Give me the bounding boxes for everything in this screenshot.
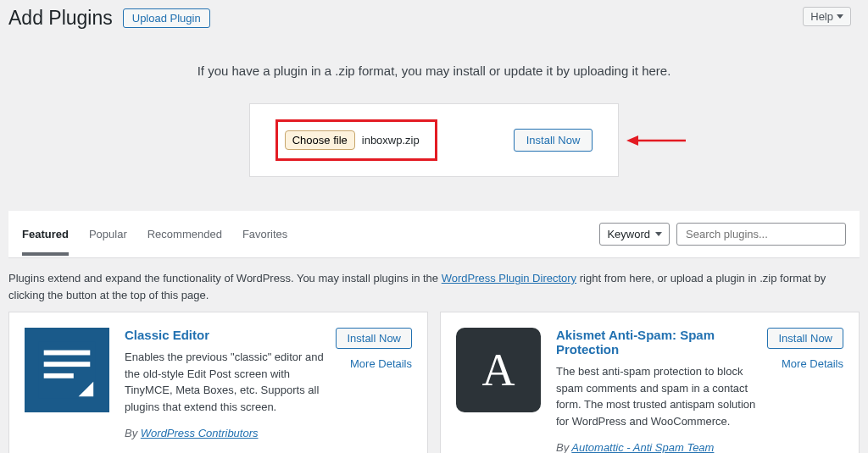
more-details-link[interactable]: More Details (350, 357, 412, 370)
help-button[interactable]: Help (803, 7, 851, 26)
selected-filename: inboxwp.zip (362, 134, 420, 146)
install-now-button[interactable]: Install Now (514, 129, 593, 152)
file-picker-highlight: Choose file inboxwp.zip (275, 119, 437, 161)
tab-favorites[interactable]: Favorites (242, 213, 287, 256)
search-input[interactable] (676, 223, 846, 246)
search-type-select[interactable]: Keyword (599, 223, 670, 246)
filter-tabs: Featured Popular Recommended Favorites (22, 213, 287, 256)
choose-file-button[interactable]: Choose file (285, 130, 355, 150)
upload-plugin-button[interactable]: Upload Plugin (123, 8, 210, 28)
tab-recommended[interactable]: Recommended (147, 213, 222, 256)
install-plugin-button[interactable]: Install Now (336, 328, 412, 349)
filter-bar: Featured Popular Recommended Favorites K… (8, 211, 860, 258)
chevron-down-icon (655, 232, 662, 236)
plugin-card: Classic Editor Enables the previous "cla… (8, 312, 428, 453)
plugin-author: By Automattic - Anti Spam Team (556, 441, 757, 453)
plugin-description: Enables the previous "classic" editor an… (125, 349, 326, 415)
info-prefix: Plugins extend and expand the functional… (8, 272, 442, 285)
plugin-author-link[interactable]: WordPress Contributors (141, 427, 259, 439)
caret-down-icon (837, 14, 843, 19)
more-details-link[interactable]: More Details (782, 357, 843, 370)
install-plugin-button[interactable]: Install Now (767, 328, 843, 349)
info-text: Plugins extend and expand the functional… (0, 258, 868, 312)
page-title: Add Plugins (8, 7, 113, 30)
svg-rect-4 (44, 362, 91, 367)
plugin-title-link[interactable]: Classic Editor (125, 328, 326, 342)
plugin-description: The best anti-spam protection to block s… (556, 363, 757, 429)
plugin-author: By WordPress Contributors (125, 427, 326, 439)
plugin-title-link[interactable]: Akismet Anti-Spam: Spam Protection (556, 328, 757, 356)
classic-editor-icon (25, 328, 109, 412)
akismet-icon: A (456, 328, 541, 412)
plugin-card: A Akismet Anti-Spam: Spam Protection The… (440, 312, 860, 453)
tab-popular[interactable]: Popular (89, 213, 127, 256)
help-label: Help (810, 10, 833, 23)
svg-rect-5 (44, 373, 74, 378)
svg-marker-1 (626, 135, 638, 146)
upload-description: If you have a plugin in a .zip format, y… (0, 64, 868, 78)
search-type-label: Keyword (607, 228, 650, 240)
svg-rect-3 (44, 351, 91, 356)
plugin-directory-link[interactable]: WordPress Plugin Directory (442, 272, 576, 285)
annotation-arrow-icon (626, 134, 686, 147)
tab-featured[interactable]: Featured (22, 213, 69, 256)
upload-form: Choose file inboxwp.zip Install Now (249, 103, 620, 177)
akismet-letter: A (482, 344, 515, 396)
plugin-author-link[interactable]: Automattic - Anti Spam Team (571, 441, 714, 453)
